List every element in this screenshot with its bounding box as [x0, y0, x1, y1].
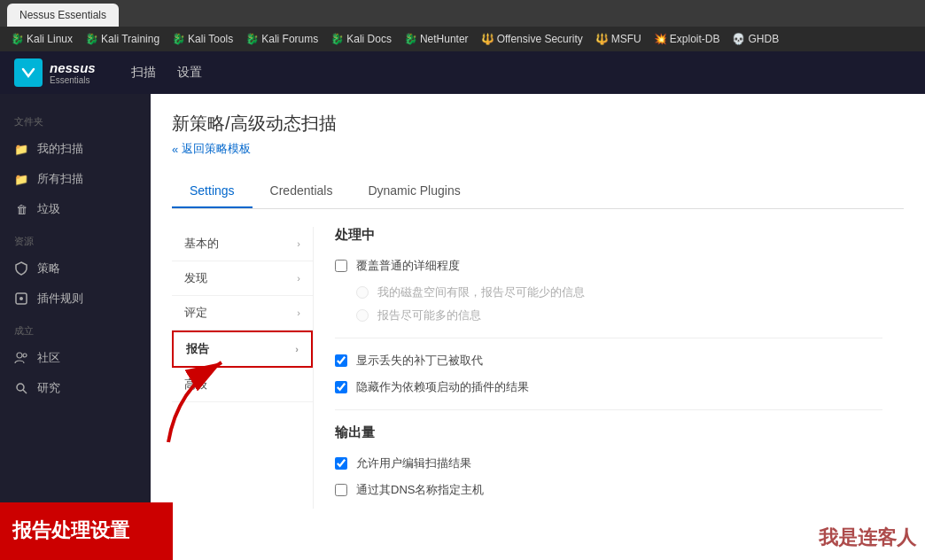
chevron-right-icon-2: › — [297, 273, 300, 284]
sidebar-item-my-scans[interactable]: 📁 我的扫描 — [0, 134, 151, 164]
radio-more-info-label: 报告尽可能多的信息 — [377, 307, 481, 323]
browser-tabs: Nessus Essentials — [0, 0, 925, 27]
divider-1 — [335, 338, 882, 338]
bookmark-kali-tools[interactable]: 🐉 Kali Tools — [168, 31, 237, 47]
plugin-icon — [14, 292, 28, 306]
checkbox-verbosity[interactable] — [335, 260, 347, 272]
sidebar-label-plugin-rules: 插件规则 — [37, 291, 83, 307]
checkbox-dns-label: 通过其DNS名称指定主机 — [356, 482, 484, 498]
checkbox-dns[interactable] — [335, 484, 347, 496]
nessus-nav: 扫描 设置 — [131, 61, 202, 84]
back-arrow-icon: « — [172, 143, 178, 156]
bookmark-kali-linux[interactable]: 🐉 Kali Linux — [7, 31, 76, 47]
ghdb-icon: 💀 — [732, 33, 745, 45]
settings-menu-assessment[interactable]: 评定 › — [172, 296, 313, 331]
page-wrapper: Nessus Essentials 🐉 Kali Linux 🐉 Kali Tr… — [0, 0, 925, 560]
bookmark-offensive-security[interactable]: 🔱 Offensive Security — [478, 31, 587, 47]
active-tab[interactable]: Nessus Essentials — [7, 4, 119, 27]
radio-less-info-label: 我的磁盘空间有限，报告尽可能少的信息 — [377, 284, 585, 300]
nessus-logo: nessus Essentials — [14, 58, 96, 87]
checkbox-superseded-label: 显示丢失的补丁已被取代 — [356, 353, 483, 369]
output-title: 输出量 — [335, 424, 882, 441]
nessus-wordmark: nessus — [50, 60, 96, 75]
sidebar-label-community: 社区 — [37, 350, 60, 366]
sidebar-item-community[interactable]: 社区 — [0, 343, 151, 373]
settings-menu-advanced[interactable]: 高级 — [172, 368, 313, 402]
bookmark-kali-training[interactable]: 🐉 Kali Training — [82, 31, 163, 47]
tab-settings[interactable]: Settings — [172, 175, 253, 208]
checkbox-row-edit: 允许用户编辑扫描结果 — [335, 455, 882, 471]
sidebar-item-research[interactable]: 研究 — [0, 373, 151, 403]
bookmark-ghdb[interactable]: 💀 GHDB — [728, 31, 782, 47]
radio-row-less: 我的磁盘空间有限，报告尽可能少的信息 — [356, 284, 882, 300]
settings-menu-assessment-label: 评定 — [184, 305, 207, 321]
sidebar-label-policy: 策略 — [37, 261, 60, 276]
bookmark-kali-forums[interactable]: 🐉 Kali Forums — [242, 31, 322, 47]
sidebar-item-all-scans[interactable]: 📁 所有扫描 — [0, 164, 151, 194]
sidebar-label-my-scans: 我的扫描 — [37, 141, 83, 157]
radio-less-info[interactable] — [356, 286, 369, 299]
radio-row-more: 报告尽可能多的信息 — [356, 307, 882, 323]
sidebar-label-research: 研究 — [37, 380, 60, 396]
watermark: 我是连客人 — [819, 525, 916, 551]
settings-menu-report[interactable]: 报告 › — [172, 331, 313, 368]
bookmark-exploit-db[interactable]: 💥 Exploit-DB — [650, 31, 724, 47]
settings-menu: 基本的 › 发现 › 评定 › 报告 › — [172, 227, 314, 509]
checkbox-edit-results-label: 允许用户编辑扫描结果 — [356, 455, 471, 471]
settings-menu-report-label: 报告 — [186, 341, 209, 357]
tab-dynamic-plugins[interactable]: Dynamic Plugins — [350, 175, 478, 208]
back-link[interactable]: « 返回策略模板 — [172, 141, 904, 157]
sidebar-section-establish: 成立 — [0, 314, 151, 343]
nethunter-icon: 🐉 — [404, 33, 417, 45]
svg-point-3 — [17, 353, 22, 358]
sidebar-item-policy[interactable]: 策略 — [0, 253, 151, 284]
bookmarks-bar: 🐉 Kali Linux 🐉 Kali Training 🐉 Kali Tool… — [0, 27, 925, 51]
page-title: 新策略/高级动态扫描 — [172, 112, 904, 136]
kali-tools-icon: 🐉 — [172, 33, 185, 45]
bookmark-nethunter[interactable]: 🐉 NetHunter — [400, 31, 472, 47]
back-link-text: 返回策略模板 — [182, 141, 251, 157]
nessus-logo-text-group: nessus Essentials — [50, 60, 96, 85]
chevron-right-icon: › — [297, 238, 300, 249]
radio-more-info[interactable] — [356, 309, 369, 322]
radio-group: 我的磁盘空间有限，报告尽可能少的信息 报告尽可能多的信息 — [356, 284, 882, 323]
settings-menu-basic[interactable]: 基本的 › — [172, 227, 313, 261]
settings-menu-discovery-label: 发现 — [184, 270, 207, 286]
svg-line-6 — [23, 390, 27, 393]
msfu-icon: 🔱 — [595, 33, 609, 45]
kali-linux-icon: 🐉 — [11, 33, 24, 45]
bookmark-kali-docs[interactable]: 🐉 Kali Docs — [327, 31, 395, 47]
settings-menu-basic-label: 基本的 — [184, 236, 219, 252]
divider-2 — [335, 409, 882, 410]
kali-forums-icon: 🐉 — [245, 33, 259, 45]
annotation-text: 报告处理设置 — [12, 518, 160, 544]
checkbox-edit-results[interactable] — [335, 457, 347, 470]
svg-point-4 — [23, 354, 27, 357]
checkbox-dependent[interactable] — [335, 381, 347, 393]
nessus-header: nessus Essentials 扫描 设置 — [0, 51, 925, 94]
sidebar: 文件夹 📁 我的扫描 📁 所有扫描 🗑 垃圾 资源 策略 — [0, 94, 151, 560]
settings-menu-discovery[interactable]: 发现 › — [172, 261, 313, 296]
community-icon — [14, 351, 28, 365]
checkbox-row-dns: 通过其DNS名称指定主机 — [335, 482, 882, 498]
folder-all-icon: 📁 — [14, 172, 28, 186]
checkbox-row-superseded: 显示丢失的补丁已被取代 — [335, 353, 882, 369]
main-layout: 文件夹 📁 我的扫描 📁 所有扫描 🗑 垃圾 资源 策略 — [0, 94, 925, 560]
checkbox-row-dependent: 隐藏作为依赖项启动的插件的结果 — [335, 379, 882, 395]
nav-scan[interactable]: 扫描 — [131, 61, 156, 84]
sidebar-item-plugin-rules[interactable]: 插件规则 — [0, 284, 151, 314]
bookmark-msfu[interactable]: 🔱 MSFU — [592, 31, 645, 47]
content-area: 新策略/高级动态扫描 « 返回策略模板 Settings Credentials… — [151, 94, 925, 560]
svg-point-0 — [17, 61, 40, 84]
checkbox-superseded[interactable] — [335, 354, 347, 367]
sidebar-item-trash[interactable]: 🗑 垃圾 — [0, 194, 151, 224]
annotation-box: 报告处理设置 — [0, 502, 173, 560]
settings-content: 处理中 覆盖普通的详细程度 我的磁盘空间有限，报告尽可能少的信息 报告尽可能多的… — [314, 227, 904, 509]
nav-settings[interactable]: 设置 — [177, 61, 202, 84]
kali-docs-icon: 🐉 — [330, 33, 344, 45]
settings-layout: 基本的 › 发现 › 评定 › 报告 › — [172, 227, 904, 509]
sidebar-label-all-scans: 所有扫描 — [37, 171, 83, 187]
sidebar-section-folders: 文件夹 — [0, 105, 151, 134]
tab-credentials[interactable]: Credentials — [253, 175, 351, 208]
policy-icon — [14, 261, 28, 276]
